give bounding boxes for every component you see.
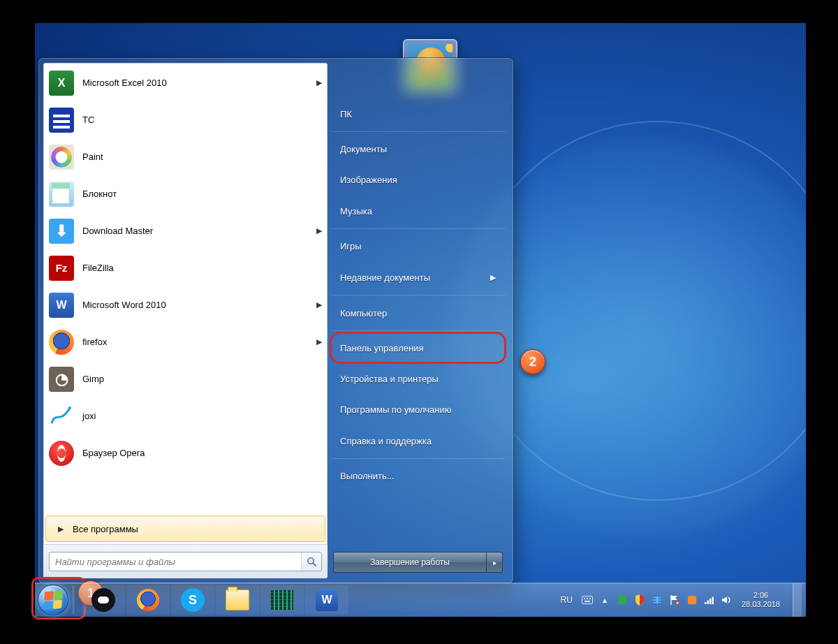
program-label: Microsoft Word 2010 [82, 300, 309, 310]
program-label: Браузер Opera [82, 448, 309, 458]
caret-right-icon: ▶ [56, 524, 66, 534]
right-label: Справка и поддержка [340, 436, 496, 446]
svg-rect-17 [712, 597, 713, 605]
taskbar-explorer[interactable] [216, 585, 259, 615]
tray-caret-up-icon[interactable]: ▲ [598, 594, 611, 606]
keyboard-icon[interactable] [581, 594, 594, 606]
firefox-icon [47, 328, 75, 356]
right-label: Музыка [340, 206, 496, 217]
right-label: Недавние документы [340, 272, 483, 283]
firefox-icon [137, 589, 159, 611]
submenu-caret-icon: ▶ [316, 78, 322, 87]
program-downloadmaster[interactable]: Download Master ▶ [45, 212, 326, 249]
right-label: Компьютер [340, 308, 496, 319]
tray-globe-icon[interactable] [651, 594, 663, 606]
search-row [43, 544, 328, 578]
filezilla-icon [47, 254, 75, 282]
all-programs-button[interactable]: ▶ Все программы [45, 515, 325, 542]
taskbar-word[interactable] [305, 585, 348, 615]
program-gimp[interactable]: Gimp [45, 360, 326, 397]
program-joxi[interactable]: joxi [45, 397, 326, 434]
right-item-user[interactable]: ПК [330, 98, 506, 132]
program-excel[interactable]: Microsoft Excel 2010 ▶ [45, 64, 326, 101]
explorer-icon [226, 590, 249, 610]
search-box[interactable] [49, 552, 322, 571]
right-item-recent[interactable]: Недавние документы ▶ [330, 261, 506, 295]
clock[interactable]: 2:06 28.03.2018 [739, 591, 783, 608]
right-label: Выполнить... [340, 471, 496, 481]
svg-rect-14 [705, 602, 706, 604]
taskbar-skype[interactable]: S [171, 585, 214, 615]
start-menu-right-panel: ПК Документы Изображения Музыка Игры Нед… [328, 63, 508, 578]
clock-date: 28.03.2018 [742, 600, 780, 609]
program-label: firefox [82, 337, 309, 347]
sysmon-icon [270, 590, 294, 610]
notepad-icon [47, 180, 75, 208]
right-item-control-panel[interactable]: Панель управления [330, 332, 506, 363]
right-item-computer[interactable]: Компьютер [330, 297, 506, 331]
paint-icon [47, 143, 75, 171]
skype-icon: S [181, 588, 205, 612]
windows-logo-icon [38, 585, 68, 615]
right-item-pictures[interactable]: Изображения [330, 164, 506, 195]
right-item-default-programs[interactable]: Программы по умолчанию [330, 394, 506, 425]
svg-rect-5 [587, 598, 588, 599]
search-input[interactable] [50, 557, 301, 567]
program-filezilla[interactable]: FileZilla [45, 249, 326, 286]
right-label: Панель управления [340, 343, 496, 353]
submenu-caret-icon: ▶ [316, 337, 322, 346]
excel-icon [47, 69, 75, 97]
tray-orange-icon[interactable] [686, 594, 698, 606]
right-item-run[interactable]: Выполнить... [330, 460, 506, 491]
show-desktop-button[interactable] [793, 583, 802, 617]
right-label: Игры [340, 241, 496, 251]
program-opera[interactable]: Браузер Opera [45, 434, 326, 471]
right-item-music[interactable]: Музыка [330, 195, 506, 229]
taskbar-panda[interactable] [82, 585, 125, 615]
right-label: Программы по умолчанию [340, 404, 496, 415]
shutdown-label: Завершение работы [370, 557, 450, 567]
taskbar-sysmon[interactable] [260, 585, 304, 615]
right-label: ПК [340, 109, 496, 119]
program-label: Блокнот [82, 189, 309, 199]
tray-square-icon[interactable] [616, 594, 628, 606]
program-label: Gimp [82, 374, 309, 384]
svg-rect-13 [688, 596, 696, 604]
word-icon [47, 291, 75, 319]
svg-line-2 [313, 563, 316, 566]
tray-icons: ▲ ✖ [581, 594, 733, 606]
search-icon[interactable] [301, 552, 321, 571]
right-list: ПК Документы Изображения Музыка Игры Нед… [328, 98, 508, 491]
shutdown-button[interactable]: Завершение работы [333, 552, 487, 573]
volume-icon[interactable] [721, 594, 733, 606]
shutdown-options-button[interactable]: ▸ [487, 552, 503, 573]
submenu-caret-icon: ▶ [316, 300, 322, 309]
right-label: Устройства и принтеры [340, 374, 496, 384]
start-menu-left-panel: Microsoft Excel 2010 ▶ TC Paint Блокнот … [43, 63, 328, 578]
taskbar-separator [73, 586, 79, 614]
tray-flag-icon[interactable]: ✖ [668, 594, 681, 606]
svg-rect-4 [584, 598, 585, 599]
program-notepad[interactable]: Блокнот [45, 175, 326, 212]
program-tc[interactable]: TC [45, 101, 326, 138]
network-icon[interactable] [703, 594, 716, 606]
submenu-caret-icon: ▶ [316, 226, 322, 235]
right-item-games[interactable]: Игры [330, 230, 506, 261]
language-indicator[interactable]: RU [558, 594, 575, 606]
program-word[interactable]: Microsoft Word 2010 ▶ [45, 286, 326, 323]
start-button[interactable] [35, 583, 71, 617]
svg-rect-15 [707, 601, 708, 605]
svg-rect-7 [585, 601, 590, 602]
gimp-icon [47, 365, 75, 393]
right-item-devices[interactable]: Устройства и принтеры [330, 363, 506, 394]
program-paint[interactable]: Paint [45, 138, 326, 175]
downloadmaster-icon [47, 217, 75, 245]
notification-area: RU ▲ ✖ 2:06 28.03.2018 [558, 583, 806, 617]
right-item-documents[interactable]: Документы [330, 133, 506, 164]
program-firefox[interactable]: firefox ▶ [45, 323, 326, 360]
joxi-icon [47, 402, 75, 430]
right-item-help[interactable]: Справка и поддержка [330, 425, 506, 459]
taskbar-firefox[interactable] [126, 585, 170, 615]
tray-shield-icon[interactable] [633, 594, 646, 606]
taskbar: S RU ▲ ✖ 2:06 28.03.2018 [35, 583, 806, 617]
